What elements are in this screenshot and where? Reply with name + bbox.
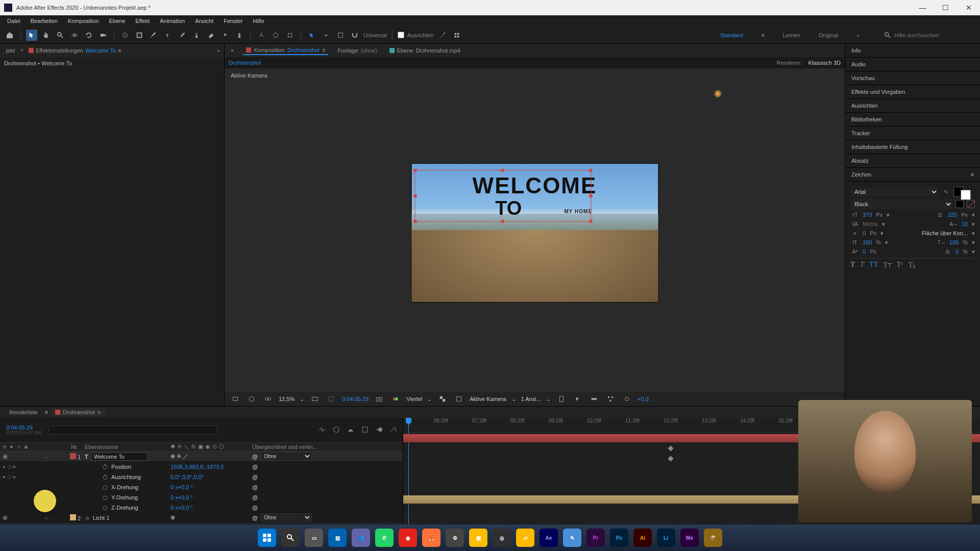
prop-row-xrotation[interactable]: X-Drehung 0 x+0,0 ° @: [0, 482, 403, 492]
prop-yrot-value[interactable]: 0 x+0,0 °: [170, 494, 252, 500]
axis-view-icon[interactable]: [284, 30, 296, 41]
channel-icon[interactable]: [390, 393, 401, 405]
workspace-original[interactable]: Original: [815, 30, 842, 40]
font-size-value[interactable]: 373: [863, 212, 872, 218]
layer1-visibility-icon[interactable]: [2, 454, 8, 460]
allcaps-toggle[interactable]: TT: [869, 261, 878, 269]
prop-row-zrotation[interactable]: Z-Drehung 0 x+0,0 ° @: [0, 503, 403, 513]
eyedropper-icon[interactable]: ✎: [941, 188, 950, 195]
keyframe-nav-prev-icon[interactable]: ◂: [2, 463, 5, 470]
hscale-value[interactable]: 100: [949, 239, 959, 245]
leading-value[interactable]: 325: [948, 212, 957, 218]
layer2-color-label[interactable]: [70, 514, 76, 520]
snap-options-icon[interactable]: [437, 30, 448, 41]
stopwatch-icon[interactable]: [102, 464, 108, 470]
add-icon[interactable]: +: [321, 30, 332, 41]
layer1-color-label[interactable]: [70, 453, 76, 459]
light-gizmo-icon[interactable]: ✺: [714, 88, 722, 100]
fast-preview-icon[interactable]: [572, 393, 583, 405]
comp-tab-close-icon[interactable]: ×: [228, 46, 237, 55]
stopwatch-icon[interactable]: [102, 474, 108, 480]
stroke-color-swatch[interactable]: [961, 190, 971, 200]
renderlist-tab[interactable]: Renderliste: [5, 408, 42, 416]
views-select[interactable]: 1 Ansi...: [521, 396, 541, 402]
nostroke-swatch[interactable]: [967, 200, 975, 208]
layer-tab[interactable]: Ebene Drohnenshot.mp4: [386, 46, 463, 55]
font-family-select[interactable]: Arial: [850, 187, 938, 197]
layer2-parent-select[interactable]: Ohne: [261, 513, 312, 522]
exposure-value[interactable]: +0,0: [638, 396, 649, 402]
timeline-tab-menu-icon[interactable]: ≡: [97, 409, 101, 415]
position-keyframe[interactable]: [668, 445, 673, 451]
views-dropdown-icon[interactable]: ⌄: [546, 396, 551, 403]
shape-tool-icon[interactable]: [134, 30, 145, 41]
prop-zrot-pickwhip-icon[interactable]: @: [252, 505, 258, 511]
draft3d-toggle-icon[interactable]: [332, 425, 341, 435]
kerning-value[interactable]: Metrik: [863, 221, 878, 227]
hide-shy-icon[interactable]: [347, 425, 356, 435]
home-tool-icon[interactable]: [4, 30, 15, 41]
snap-grid-icon[interactable]: [451, 30, 462, 41]
taskbar-search-icon[interactable]: [281, 529, 300, 547]
taskbar-app6-icon[interactable]: 📦: [704, 529, 722, 547]
menu-animation[interactable]: Animation: [156, 17, 189, 25]
prop-orientation-pickwhip-icon[interactable]: @: [252, 474, 258, 480]
fill-swatch-small[interactable]: [955, 200, 964, 208]
stopwatch-off-icon[interactable]: [102, 484, 108, 490]
workspace-menu-icon[interactable]: ≡: [757, 30, 769, 41]
menu-datei[interactable]: Datei: [3, 17, 24, 25]
menu-effekt[interactable]: Effekt: [131, 17, 154, 25]
stopwatch-off-icon[interactable]: [102, 494, 108, 500]
smallcaps-toggle[interactable]: Tᴛ: [883, 261, 892, 269]
hand-tool-icon[interactable]: [40, 30, 52, 41]
leading-dropdown[interactable]: ▾: [972, 212, 975, 218]
panbehind-tool-icon[interactable]: [119, 30, 131, 41]
panel-info[interactable]: Info: [845, 44, 980, 58]
layer2-visibility-icon[interactable]: [2, 515, 8, 521]
effect-tab-menu-icon[interactable]: ≡: [118, 47, 121, 54]
pen-tool-icon[interactable]: [148, 30, 159, 41]
panel-zeichen-header[interactable]: Zeichen ≡: [845, 168, 980, 182]
layer2-parent-pickwhip-icon[interactable]: @: [252, 515, 258, 521]
prop-row-position[interactable]: ◂◇▸ Position 1506,3,883,8,-1873,5 @: [0, 462, 403, 472]
tracking-dropdown[interactable]: ▾: [972, 221, 975, 228]
tracking-value[interactable]: 10: [962, 221, 968, 227]
project-tab[interactable]: jekt: [3, 46, 18, 55]
cam-dropdown-icon[interactable]: ⌄: [511, 396, 516, 403]
clone-tool-icon[interactable]: [191, 30, 202, 41]
prop-yrot-pickwhip-icon[interactable]: @: [252, 494, 258, 500]
window-minimize-button[interactable]: —: [911, 0, 934, 15]
composition-tab[interactable]: Komposition Drohnenshot ≡: [243, 46, 328, 55]
timeline-icon[interactable]: [589, 393, 600, 405]
zoom-tool-icon[interactable]: [55, 30, 66, 41]
help-search-input[interactable]: [894, 32, 966, 38]
resolution-select[interactable]: Viertel: [406, 396, 422, 402]
taskbar-premiere-icon[interactable]: Pr: [586, 529, 605, 547]
puppet-tool-icon[interactable]: [234, 30, 245, 41]
comp-breadcrumb[interactable]: Drohnenshot: [229, 60, 261, 66]
panel-bibliotheken[interactable]: Bibliotheken: [845, 113, 980, 127]
eraser-tool-icon[interactable]: [205, 30, 216, 41]
comp-mini-flowchart-icon[interactable]: [318, 425, 327, 435]
window-maximize-button[interactable]: ☐: [934, 0, 957, 15]
keyframe-nav-next-icon[interactable]: ▸: [13, 463, 16, 470]
panel-ausrichten[interactable]: Ausrichten: [845, 99, 980, 113]
layer1-name-input[interactable]: [91, 453, 148, 461]
panel-effekte[interactable]: Effekte und Vorgaben: [845, 85, 980, 99]
taskbar-app2-icon[interactable]: ◉: [399, 529, 417, 547]
composition-viewer[interactable]: Aktive Kamera ✺ WELCOME TO MY HOME: [225, 68, 845, 392]
orbit-tool-icon[interactable]: [69, 30, 80, 41]
roi-icon[interactable]: [326, 393, 337, 405]
taskbar-explorer-icon[interactable]: 📁: [516, 529, 534, 547]
layer1-parent-pickwhip-icon[interactable]: @: [252, 454, 258, 460]
brush-tool-icon[interactable]: [177, 30, 188, 41]
hscale-dropdown[interactable]: ▾: [972, 239, 975, 246]
menu-ansicht[interactable]: Ansicht: [191, 17, 217, 25]
prop-position-value[interactable]: 1506,3,883,8,-1873,5: [170, 464, 252, 470]
prop-zrot-value[interactable]: 0 x+0,0 °: [170, 505, 252, 511]
layer2-twirl-icon[interactable]: ⌄: [44, 514, 48, 520]
stroke-width-dropdown[interactable]: ▾: [880, 230, 884, 237]
bbox-icon[interactable]: [335, 30, 346, 41]
draft3d-icon[interactable]: [246, 393, 257, 405]
flowchart-icon[interactable]: [605, 393, 616, 405]
